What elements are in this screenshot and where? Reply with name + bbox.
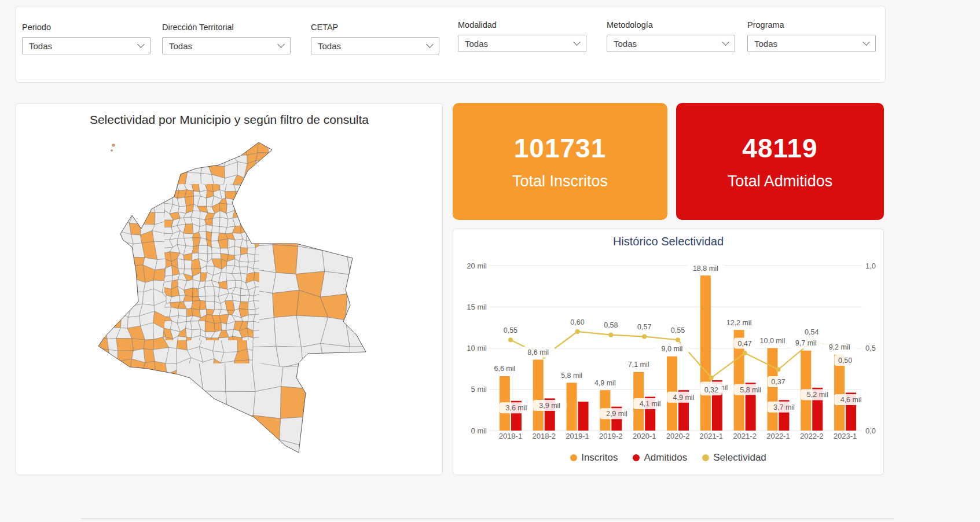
municipality[interactable] (247, 190, 255, 199)
municipality[interactable] (314, 394, 331, 407)
municipality[interactable] (314, 186, 331, 201)
municipality[interactable] (361, 394, 368, 406)
municipality[interactable] (141, 174, 157, 188)
municipality[interactable] (177, 259, 185, 269)
bar-inscritos-2022-1[interactable] (767, 348, 777, 431)
municipality[interactable] (224, 451, 233, 458)
municipality[interactable] (246, 210, 256, 219)
municipality[interactable] (177, 406, 189, 418)
municipality[interactable] (292, 160, 304, 175)
filter-modalidad-dropdown[interactable]: Todas (458, 35, 586, 52)
municipality[interactable] (98, 236, 108, 245)
municipality[interactable] (155, 362, 167, 374)
municipality[interactable] (316, 175, 331, 187)
municipality[interactable] (164, 227, 173, 234)
municipality[interactable] (292, 152, 307, 167)
municipality[interactable] (301, 141, 319, 155)
municipality[interactable] (96, 427, 109, 443)
municipality[interactable] (130, 198, 141, 212)
municipality[interactable] (314, 218, 329, 234)
municipality[interactable] (197, 419, 212, 432)
municipality[interactable] (105, 256, 119, 268)
municipality[interactable] (348, 173, 363, 188)
municipality[interactable] (144, 418, 155, 429)
municipality[interactable] (233, 442, 249, 453)
municipality[interactable] (188, 404, 202, 419)
municipality[interactable] (254, 387, 281, 419)
municipality[interactable] (239, 191, 249, 198)
municipality[interactable] (348, 370, 364, 387)
municipality[interactable] (197, 141, 214, 150)
municipality[interactable] (105, 383, 122, 396)
municipality[interactable] (304, 388, 332, 417)
municipality[interactable] (304, 429, 319, 440)
municipality[interactable] (317, 161, 330, 178)
municipality[interactable] (205, 301, 214, 310)
municipality[interactable] (96, 311, 106, 326)
filter-programa-dropdown[interactable]: Todas (747, 35, 876, 52)
municipality[interactable] (98, 174, 110, 189)
municipality[interactable] (346, 242, 368, 274)
municipality[interactable] (298, 219, 324, 251)
municipality[interactable] (273, 273, 299, 293)
choropleth-map-colombia[interactable] (96, 141, 368, 458)
municipality[interactable] (96, 373, 111, 386)
municipality[interactable] (361, 374, 368, 385)
municipality[interactable] (352, 141, 364, 155)
municipality[interactable] (96, 348, 111, 362)
municipality[interactable] (296, 247, 325, 274)
municipality[interactable] (121, 416, 131, 433)
municipality[interactable] (291, 230, 307, 245)
municipality[interactable] (361, 245, 368, 257)
municipality[interactable] (105, 361, 119, 373)
municipality[interactable] (280, 152, 292, 162)
municipality[interactable] (360, 453, 368, 458)
municipality[interactable] (255, 205, 264, 212)
municipality[interactable] (349, 394, 362, 406)
municipality[interactable] (211, 248, 221, 254)
municipality[interactable] (256, 175, 272, 188)
municipality[interactable] (119, 292, 131, 306)
municipality[interactable] (326, 370, 341, 381)
municipality[interactable] (212, 217, 220, 226)
municipality[interactable] (224, 431, 238, 444)
municipality[interactable] (117, 266, 134, 281)
municipality[interactable] (361, 362, 368, 376)
municipality[interactable] (256, 153, 271, 166)
municipality[interactable] (233, 420, 249, 431)
municipality[interactable] (280, 220, 296, 231)
island-san-andres[interactable] (112, 144, 115, 146)
bar-inscritos-2021-1[interactable] (700, 275, 711, 431)
municipality[interactable] (244, 178, 259, 186)
municipality[interactable] (140, 186, 157, 201)
municipality[interactable] (337, 406, 353, 421)
municipality[interactable] (130, 418, 145, 429)
municipality[interactable] (116, 198, 134, 214)
municipality[interactable] (96, 188, 110, 202)
municipality[interactable] (326, 450, 343, 458)
municipality[interactable] (176, 154, 188, 166)
municipality[interactable] (224, 443, 233, 456)
municipality[interactable] (326, 441, 343, 451)
municipality[interactable] (362, 163, 368, 179)
municipality[interactable] (119, 427, 132, 443)
municipality[interactable] (280, 141, 292, 154)
municipality[interactable] (295, 220, 307, 237)
municipality[interactable] (256, 161, 273, 178)
selectividad-point-2020-1[interactable] (642, 334, 647, 339)
municipality[interactable] (351, 185, 363, 201)
municipality[interactable] (131, 257, 145, 266)
municipality[interactable] (107, 428, 122, 443)
municipality[interactable] (278, 188, 292, 198)
municipality[interactable] (152, 370, 168, 387)
municipality[interactable] (181, 381, 191, 398)
selectividad-point-2020-2[interactable] (676, 337, 680, 342)
municipality[interactable] (266, 212, 279, 221)
municipality[interactable] (350, 383, 361, 395)
municipality[interactable] (96, 223, 110, 236)
municipality[interactable] (337, 141, 353, 151)
municipality[interactable] (151, 188, 164, 200)
municipality[interactable] (303, 451, 314, 458)
municipality[interactable] (255, 212, 271, 221)
municipality[interactable] (279, 160, 295, 176)
